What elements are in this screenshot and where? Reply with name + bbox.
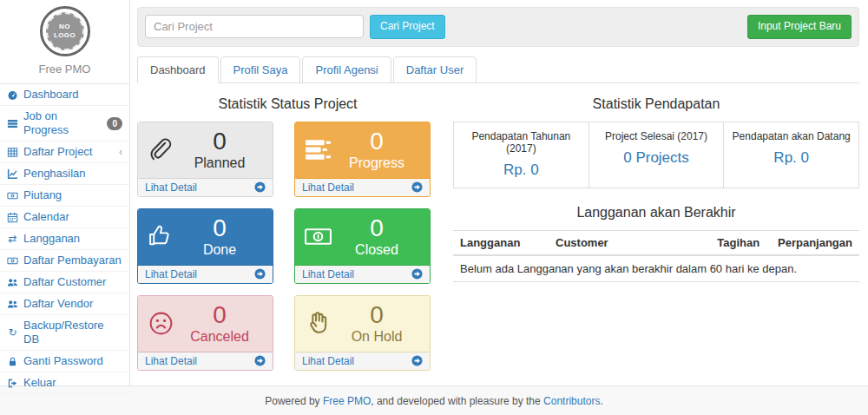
sidebar-item-label: Daftar Project bbox=[23, 145, 92, 159]
sidebar-item-label: Piutang bbox=[23, 188, 62, 202]
sidebar-item-label: Calendar bbox=[23, 210, 69, 224]
sidebar-item-job-on-progress[interactable]: Job on Progress 0 bbox=[0, 106, 129, 142]
status-card-planned: 0 Planned Lihat Detail bbox=[137, 122, 273, 197]
status-label: Done bbox=[203, 242, 236, 258]
sidebar-item-piutang[interactable]: Piutang bbox=[0, 185, 129, 207]
status-label: Progress bbox=[349, 155, 404, 171]
new-project-button[interactable]: Input Project Baru bbox=[747, 15, 852, 39]
tab-dashboard[interactable]: Dashboard bbox=[137, 56, 219, 83]
tab-profil-agensi[interactable]: Profil Agensi bbox=[302, 56, 391, 83]
main-content: Cari Project Input Project Baru Dashboar… bbox=[130, 0, 868, 385]
lihat-detail-link[interactable]: Lihat Detail bbox=[295, 178, 430, 196]
subscription-empty-message: Belum ada Langganan yang akan berakhir d… bbox=[453, 255, 859, 282]
refresh-icon: ↻ bbox=[7, 327, 18, 339]
stat-label: Pendapatan Tahunan (2017) bbox=[459, 130, 583, 155]
stat-pendapatan-akan-datang: Pendapatan akan Datang Rp. 0 bbox=[724, 122, 858, 188]
status-count: 0 bbox=[370, 302, 384, 327]
tasks-icon bbox=[7, 118, 18, 129]
status-section-title: Statistik Status Project bbox=[137, 96, 438, 112]
income-section: Statistik Pendapatan Pendapatan Tahunan … bbox=[453, 85, 859, 371]
status-card-body: 0 Done bbox=[138, 209, 273, 265]
lihat-detail-label: Lihat Detail bbox=[145, 181, 197, 194]
status-label: On Hold bbox=[352, 329, 403, 345]
hand-icon bbox=[304, 309, 332, 338]
col-perpanjangan: Perpanjangan bbox=[771, 230, 859, 255]
tasks-icon bbox=[304, 135, 332, 164]
sidebar-item-label: Daftar Pembayaran bbox=[23, 254, 122, 267]
stat-project-selesai: Project Selesai (2017) 0 Projects bbox=[589, 122, 725, 188]
sign-out-icon bbox=[7, 378, 18, 389]
sidebar-item-langganan[interactable]: ⇄ Langganan bbox=[0, 228, 129, 250]
sidebar-item-label: Backup/Restore DB bbox=[23, 319, 122, 346]
subscription-empty-row: Belum ada Langganan yang akan berakhir d… bbox=[453, 255, 859, 282]
sidebar-item-penghasilan[interactable]: Penghasilan bbox=[0, 163, 129, 185]
lihat-detail-label: Lihat Detail bbox=[145, 355, 197, 367]
money-icon bbox=[7, 255, 18, 267]
col-customer: Customer bbox=[549, 230, 710, 255]
lihat-detail-label: Lihat Detail bbox=[302, 355, 354, 367]
arrow-circle-right-icon bbox=[411, 355, 423, 366]
income-section-title: Statistik Pendapatan bbox=[453, 96, 859, 112]
sidebar-item-label: Daftar Vendor bbox=[23, 297, 93, 311]
sidebar-item-keluar[interactable]: Keluar bbox=[0, 372, 129, 394]
search-input[interactable] bbox=[145, 15, 364, 38]
job-count-badge: 0 bbox=[107, 117, 122, 130]
no-logo-badge: NO LOGO bbox=[46, 12, 84, 50]
stat-value-link[interactable]: Rp. 0 bbox=[729, 149, 853, 167]
lihat-detail-link[interactable]: Lihat Detail bbox=[138, 352, 273, 370]
sidebar-item-daftar-project[interactable]: Daftar Project ‹ bbox=[0, 142, 129, 163]
sidebar-item-label: Penghasilan bbox=[23, 167, 86, 181]
status-count: 0 bbox=[213, 128, 227, 154]
status-card-meta: 0 Closed bbox=[332, 215, 421, 257]
tab-daftar-user[interactable]: Daftar User bbox=[393, 56, 477, 83]
sidebar-item-label: Daftar Customer bbox=[23, 275, 106, 289]
status-card-meta: 0 Canceled bbox=[175, 302, 264, 344]
arrow-circle-right-icon bbox=[254, 355, 266, 366]
lihat-detail-link[interactable]: Lihat Detail bbox=[138, 178, 273, 196]
sidebar-item-ganti-password[interactable]: Ganti Password bbox=[0, 351, 129, 372]
tab-profil-saya[interactable]: Profil Saya bbox=[220, 56, 301, 83]
sidebar-item-calendar[interactable]: Calendar bbox=[0, 207, 129, 228]
calendar-icon bbox=[7, 212, 18, 223]
lihat-detail-link[interactable]: Lihat Detail bbox=[295, 265, 430, 283]
lihat-detail-label: Lihat Detail bbox=[302, 268, 354, 280]
footer-link-free-pmo[interactable]: Free PMO bbox=[323, 395, 371, 407]
lihat-detail-label: Lihat Detail bbox=[145, 268, 197, 280]
app-name: Free PMO bbox=[0, 63, 129, 76]
sidebar-item-backup-restore[interactable]: ↻ Backup/Restore DB bbox=[0, 315, 129, 351]
search-toolbar: Cari Project Input Project Baru bbox=[137, 7, 859, 47]
col-langganan: Langganan bbox=[453, 230, 549, 255]
footer-text: Powered by bbox=[265, 395, 323, 407]
sidebar-item-daftar-pembayaran[interactable]: Daftar Pembayaran bbox=[0, 250, 129, 272]
status-card-canceled: 0 Canceled Lihat Detail bbox=[137, 295, 273, 371]
money-icon bbox=[7, 190, 18, 201]
money-bill-icon bbox=[304, 222, 332, 251]
lihat-detail-link[interactable]: Lihat Detail bbox=[295, 352, 430, 370]
sidebar-item-daftar-vendor[interactable]: Daftar Vendor bbox=[0, 293, 129, 315]
dashboard-content: Statistik Status Project 0 Planned Lihat… bbox=[137, 83, 859, 371]
thumbs-up-icon bbox=[147, 222, 175, 251]
footer-link-contributors[interactable]: Contributors bbox=[543, 395, 600, 407]
stat-value-link[interactable]: 0 Projects bbox=[595, 149, 719, 167]
page-footer: Powered by Free PMO, and developed with … bbox=[0, 385, 868, 415]
chevron-left-icon: ‹ bbox=[119, 147, 122, 157]
sidebar-item-dashboard[interactable]: Dashboard bbox=[0, 84, 129, 106]
sidebar-item-label: Job on Progress bbox=[23, 109, 102, 137]
sidebar: NO LOGO Free PMO Dashboard Job on Progre… bbox=[0, 0, 130, 385]
income-stats-table: Pendapatan Tahunan (2017) Rp. 0 Project … bbox=[453, 122, 859, 188]
lihat-detail-link[interactable]: Lihat Detail bbox=[138, 265, 273, 283]
stat-value-link[interactable]: Rp. 0 bbox=[459, 161, 583, 179]
app-logo: NO LOGO bbox=[40, 6, 90, 56]
sidebar-item-daftar-customer[interactable]: Daftar Customer bbox=[0, 272, 129, 293]
gauge-icon bbox=[7, 89, 18, 101]
status-card-closed: 0 Closed Lihat Detail bbox=[294, 208, 431, 284]
arrow-circle-right-icon bbox=[254, 181, 266, 193]
sidebar-item-label: Ganti Password bbox=[23, 354, 103, 368]
status-card-body: 0 Closed bbox=[295, 209, 430, 265]
status-card-body: 0 Canceled bbox=[138, 296, 273, 352]
stat-label: Project Selesai (2017) bbox=[595, 130, 719, 142]
status-label: Closed bbox=[355, 242, 398, 258]
search-button[interactable]: Cari Project bbox=[370, 15, 445, 39]
arrow-circle-right-icon bbox=[411, 181, 423, 193]
retweet-icon: ⇄ bbox=[7, 234, 18, 245]
